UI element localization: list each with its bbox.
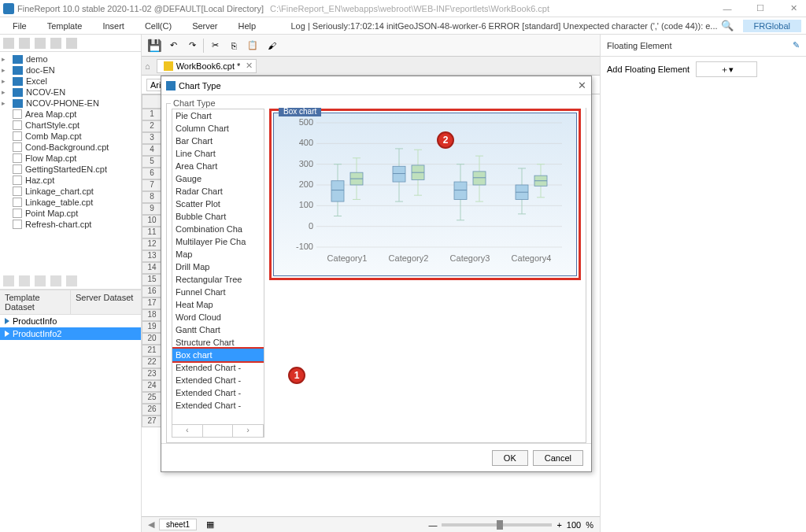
chart-type-option[interactable]: Radar Chart [172, 185, 264, 198]
refresh-icon[interactable] [66, 38, 77, 49]
tree-file[interactable]: Cond-Background.cpt [0, 142, 141, 153]
tree-folder[interactable]: ▸NCOV-EN [0, 87, 141, 98]
chart-type-option[interactable]: Drill Map [172, 260, 264, 273]
file-tab[interactable]: WorkBook6.cpt * ✕ [157, 59, 257, 73]
chart-type-option[interactable]: Combination Cha [172, 223, 264, 235]
chart-type-option[interactable]: Extended Chart - [172, 361, 264, 374]
minimize-button[interactable]: — [718, 1, 737, 17]
tree-folder[interactable]: ▸demo [0, 54, 141, 65]
chart-type-option[interactable]: Box chart [172, 349, 264, 361]
chart-type-option[interactable]: Map [172, 248, 264, 260]
menu-help[interactable]: Help [231, 20, 264, 32]
template-dataset-tab[interactable]: Template Dataset [0, 290, 71, 314]
maximize-button[interactable]: ☐ [751, 1, 770, 17]
tree-file[interactable]: ChartStyle.cpt [0, 120, 141, 131]
chart-type-option[interactable]: Scatter Plot [172, 198, 264, 210]
dataset-item-selected[interactable]: ProductInfo2 [0, 327, 141, 340]
tree-file[interactable]: Area Map.cpt [0, 109, 141, 120]
chart-type-option[interactable]: Bar Chart [172, 135, 264, 147]
menu-cell[interactable]: Cell(C) [137, 20, 179, 32]
chart-type-option[interactable]: Extended Chart - [172, 386, 264, 399]
tree-file[interactable]: Comb Map.cpt [0, 131, 141, 142]
brush-icon[interactable]: 🖌 [264, 38, 279, 54]
tree-file[interactable]: Linkage_table.cpt [0, 197, 141, 208]
close-tab-icon[interactable]: ✕ [246, 61, 253, 71]
svg-text:100: 100 [299, 200, 313, 209]
folder-icon[interactable] [35, 38, 46, 49]
server-dataset-tab[interactable]: Server Dataset [71, 290, 141, 314]
frglobal-button[interactable]: FRGlobal [743, 20, 801, 32]
zoom-slider[interactable] [442, 523, 552, 526]
menu-template[interactable]: Template [39, 20, 91, 32]
list-scrollbar[interactable]: ‹› [172, 424, 264, 437]
delete-icon[interactable] [50, 38, 61, 49]
ok-button[interactable]: OK [492, 450, 528, 466]
cancel-button[interactable]: Cancel [533, 450, 583, 466]
edit-pencil-icon[interactable]: ✎ [793, 40, 800, 50]
sheet-tab[interactable]: sheet1 [159, 519, 197, 530]
close-window-button[interactable]: ✕ [784, 1, 803, 17]
dataset-item[interactable]: ProductInfo [0, 315, 141, 327]
chart-type-option[interactable]: Word Cloud [172, 311, 264, 323]
svg-text:Category2: Category2 [389, 253, 429, 263]
status-bar: ◀ sheet1 ▦ — + 100 % [142, 516, 600, 532]
chart-type-option[interactable]: Column Chart [172, 122, 264, 135]
tabs-menu-icon[interactable]: ⌂ [142, 61, 153, 71]
chart-type-option[interactable]: Bubble Chart [172, 210, 264, 223]
open-icon[interactable] [19, 38, 30, 49]
edit-icon[interactable] [19, 275, 30, 286]
chart-type-option[interactable]: Structure Chart [172, 336, 264, 349]
svg-text:-100: -100 [296, 242, 313, 251]
new-icon[interactable] [3, 38, 14, 49]
menu-server[interactable]: Server [184, 20, 225, 32]
chart-type-option[interactable]: Gantt Chart [172, 323, 264, 336]
tree-file[interactable]: GettingStartedEN.cpt [0, 164, 141, 175]
chart-type-option[interactable]: Gauge [172, 172, 264, 185]
copy2-icon[interactable]: ⎘ [226, 38, 242, 54]
dialog-title-bar[interactable]: Chart Type ✕ [161, 76, 591, 95]
copy-icon[interactable] [50, 275, 61, 286]
chart-type-option[interactable]: Heat Map [172, 298, 264, 311]
tree-folder[interactable]: ▸doc-EN [0, 65, 141, 76]
left-panel: ▸demo ▸doc-EN ▸Excel ▸NCOV-EN ▸NCOV-PHON… [0, 35, 142, 532]
chart-type-option[interactable]: Funnel Chart [172, 286, 264, 298]
chart-type-option[interactable]: Multilayer Pie Cha [172, 235, 264, 248]
save-icon[interactable]: 💾 [146, 38, 162, 54]
chart-type-option[interactable]: Pie Chart [172, 109, 264, 122]
tree-file[interactable]: Linkage_chart.cpt [0, 186, 141, 197]
sheet-nav-prev-icon[interactable]: ◀ [148, 519, 154, 530]
chart-type-option[interactable]: Rectangular Tree [172, 273, 264, 286]
add-floating-label: Add Floating Element [607, 65, 690, 74]
chart-type-option[interactable]: Extended Chart - [172, 399, 264, 412]
svg-text:200: 200 [299, 179, 313, 189]
chart-type-list[interactable]: Pie ChartColumn ChartBar ChartLine Chart… [172, 109, 264, 438]
dataset-toolbar [0, 272, 141, 290]
menu-bar: File Template Insert Cell(C) Server Help… [0, 17, 806, 35]
tree-file[interactable]: Flow Map.cpt [0, 153, 141, 164]
paste2-icon[interactable]: 📋 [245, 38, 261, 54]
remove-icon[interactable] [35, 275, 46, 286]
redo-icon[interactable]: ↷ [184, 38, 200, 54]
file-tab-label: WorkBook6.cpt * [176, 61, 241, 71]
tree-file[interactable]: Refresh-chart.cpt [0, 219, 141, 230]
cut-icon[interactable]: ✂ [207, 38, 223, 54]
add-floating-button[interactable]: ＋▾ [696, 61, 757, 77]
menu-file[interactable]: File [5, 20, 35, 32]
tree-file[interactable]: Point Map.cpt [0, 208, 141, 219]
tree-folder[interactable]: ▸NCOV-PHONE-EN [0, 98, 141, 109]
search-icon[interactable]: 🔍 [721, 20, 734, 31]
tree-file[interactable]: Haz.cpt [0, 175, 141, 186]
svg-rect-51 [473, 172, 486, 185]
chart-type-option[interactable]: Line Chart [172, 147, 264, 160]
dialog-close-icon[interactable]: ✕ [578, 79, 586, 91]
chart-type-option[interactable]: Extended Chart - [172, 374, 264, 386]
tree-folder[interactable]: ▸Excel [0, 76, 141, 87]
menu-insert[interactable]: Insert [94, 20, 132, 32]
add-icon[interactable] [3, 275, 14, 286]
paste-icon[interactable] [66, 275, 77, 286]
right-panel-title: Floating Element [607, 41, 672, 50]
sheet-tool-icon[interactable]: ▦ [206, 519, 214, 530]
file-tabs-row: ⌂ WorkBook6.cpt * ✕ [142, 57, 600, 76]
undo-icon[interactable]: ↶ [165, 38, 181, 54]
chart-type-option[interactable]: Area Chart [172, 160, 264, 172]
